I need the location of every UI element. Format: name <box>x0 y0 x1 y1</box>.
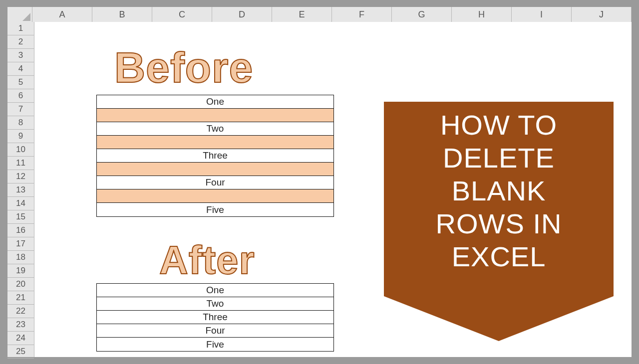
row-header[interactable]: 12 <box>7 170 34 183</box>
row-header[interactable]: 5 <box>7 76 34 89</box>
row-header[interactable]: 13 <box>7 183 34 197</box>
table-row[interactable]: One <box>97 284 333 297</box>
row-header[interactable]: 10 <box>7 143 34 157</box>
row-header[interactable]: 8 <box>7 116 34 130</box>
table-row[interactable]: Five <box>97 203 333 216</box>
title-banner: HOW TO DELETE BLANK ROWS IN EXCEL <box>384 102 614 341</box>
row-headers: 1234567891011121314151617181920212223242… <box>7 22 34 357</box>
column-header[interactable]: B <box>92 7 152 22</box>
table-row[interactable]: Two <box>97 122 333 136</box>
banner-line: BLANK <box>452 175 546 206</box>
wordart-after: After <box>159 237 255 283</box>
table-row[interactable]: Five <box>97 338 333 351</box>
svg-marker-0 <box>22 13 30 21</box>
column-header[interactable]: E <box>272 7 332 22</box>
table-row[interactable]: Four <box>97 176 333 189</box>
row-header[interactable]: 9 <box>7 130 34 143</box>
column-header[interactable]: D <box>212 7 272 22</box>
row-header[interactable]: 25 <box>7 345 34 359</box>
column-header[interactable]: A <box>32 7 92 22</box>
table-row[interactable]: Two <box>97 297 333 311</box>
row-header[interactable]: 11 <box>7 157 34 170</box>
row-header[interactable]: 18 <box>7 251 34 264</box>
row-header[interactable]: 21 <box>7 291 34 305</box>
row-header[interactable]: 19 <box>7 264 34 278</box>
banner-line: DELETE <box>443 142 555 174</box>
row-header[interactable]: 6 <box>7 89 34 103</box>
row-header[interactable]: 23 <box>7 318 34 332</box>
column-header[interactable]: F <box>332 7 392 22</box>
table-row[interactable]: One <box>97 95 333 109</box>
table-blank-row[interactable] <box>97 163 333 176</box>
spreadsheet: ABCDEFGHIJ 12345678910111213141516171819… <box>7 7 632 357</box>
select-all-corner[interactable] <box>7 7 32 22</box>
row-header[interactable]: 17 <box>7 237 34 251</box>
column-headers: ABCDEFGHIJ <box>7 7 632 22</box>
table-blank-row[interactable] <box>97 136 333 149</box>
select-all-triangle-icon <box>22 13 30 21</box>
before-table: OneTwoThreeFourFive <box>96 95 334 217</box>
banner-line: HOW TO <box>440 109 557 141</box>
table-row[interactable]: Three <box>97 311 333 324</box>
row-header[interactable]: 14 <box>7 197 34 210</box>
column-header[interactable]: C <box>152 7 212 22</box>
row-header[interactable]: 7 <box>7 103 34 116</box>
table-blank-row[interactable] <box>97 189 333 203</box>
column-header[interactable]: J <box>572 7 632 22</box>
table-row[interactable]: Three <box>97 149 333 163</box>
banner-line: ROWS IN <box>436 208 562 239</box>
banner-line: EXCEL <box>452 241 546 272</box>
wordart-before: Before <box>114 43 253 92</box>
row-header[interactable]: 2 <box>7 35 34 49</box>
sheet-canvas: Before OneTwoThreeFourFive After OneTwoT… <box>34 22 632 357</box>
row-header[interactable]: 1 <box>7 22 34 35</box>
column-header[interactable]: H <box>452 7 512 22</box>
column-header[interactable]: G <box>392 7 452 22</box>
row-header[interactable]: 4 <box>7 62 34 76</box>
row-header[interactable]: 24 <box>7 332 34 345</box>
row-header[interactable]: 15 <box>7 210 34 224</box>
after-table: OneTwoThreeFourFive <box>96 283 334 352</box>
banner-text: HOW TO DELETE BLANK ROWS IN EXCEL <box>384 109 614 273</box>
table-blank-row[interactable] <box>97 109 333 122</box>
row-header[interactable]: 20 <box>7 278 34 291</box>
column-header[interactable]: I <box>512 7 572 22</box>
row-header[interactable]: 22 <box>7 305 34 318</box>
table-row[interactable]: Four <box>97 324 333 338</box>
row-header[interactable]: 16 <box>7 224 34 237</box>
row-header[interactable]: 3 <box>7 49 34 62</box>
